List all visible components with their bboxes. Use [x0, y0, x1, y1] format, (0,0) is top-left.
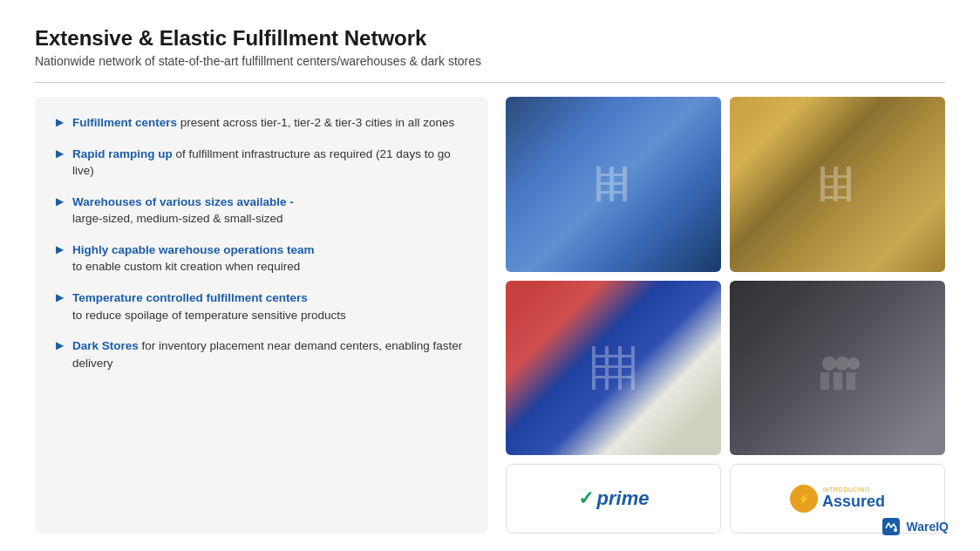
svg-rect-22 — [820, 372, 829, 390]
bullet-arrow-5: ▶ — [56, 291, 64, 303]
warehouse-photo-4 — [730, 281, 945, 456]
bullet-text-1: Fulfillment centers present across tier-… — [72, 114, 454, 132]
logo-row: ✓ prime ⚡ INTRODUCING — [506, 464, 945, 534]
prime-logo: ✓ prime — [578, 487, 650, 510]
warehouse-photo-1 — [506, 97, 721, 272]
svg-rect-4 — [596, 182, 627, 185]
page-subtitle: Nationwide network of state-of-the-art f… — [35, 54, 945, 68]
svg-text:⚡: ⚡ — [798, 493, 810, 505]
bullet-arrow-2: ▶ — [56, 147, 64, 160]
header-divider — [35, 82, 945, 83]
svg-rect-16 — [592, 355, 635, 357]
bullet-text-2: Rapid ramping up of fulfillment infrastr… — [72, 146, 467, 180]
svg-rect-17 — [592, 365, 635, 368]
warehouse-photo-3 — [506, 281, 721, 456]
assured-label: Assured — [822, 493, 885, 511]
bullet-strong-1: Fulfillment centers — [72, 116, 177, 129]
bullet-text-6: Dark Stores for inventory placement near… — [72, 337, 467, 371]
wareiq-icon — [881, 516, 902, 537]
bullet-strong-2: Rapid ramping up — [72, 147, 173, 160]
svg-rect-24 — [847, 372, 855, 390]
svg-rect-10 — [820, 186, 851, 188]
svg-point-21 — [847, 357, 860, 370]
prime-checkmark: ✓ — [578, 487, 594, 510]
left-panel: ▶ Fulfillment centers present across tie… — [35, 97, 488, 534]
assured-logo: ⚡ INTRODUCING Assured — [790, 485, 885, 513]
warehouse-photo-2 — [730, 97, 945, 272]
bullet-item-2: ▶ Rapid ramping up of fulfillment infras… — [56, 146, 467, 180]
bullet-arrow-6: ▶ — [56, 339, 64, 351]
prime-text: prime — [597, 487, 650, 510]
bullet-item-4: ▶ Highly capable warehouse operations te… — [56, 241, 467, 276]
bullet-strong-3: Warehouses of various sizes available - — [72, 195, 294, 208]
bullet-item-1: ▶ Fulfillment centers present across tie… — [56, 114, 467, 132]
assured-icon: ⚡ — [790, 485, 818, 513]
right-panel: ✓ prime ⚡ INTRODUCING — [506, 97, 945, 534]
svg-rect-18 — [592, 376, 635, 378]
wareiq-brand-name: WareIQ — [907, 520, 949, 534]
footer-brand: WareIQ — [881, 516, 949, 537]
introducing-label: INTRODUCING — [822, 486, 870, 493]
bullet-arrow-4: ▶ — [56, 243, 64, 255]
bullet-text-4: Highly capable warehouse operations team… — [72, 241, 315, 276]
assured-text-wrap: INTRODUCING Assured — [822, 486, 885, 511]
bullet-text-3: Warehouses of various sizes available - … — [72, 194, 294, 228]
bullet-item-3: ▶ Warehouses of various sizes available … — [56, 194, 467, 228]
svg-rect-5 — [596, 191, 627, 194]
bullet-strong-5: Temperature controlled fulfillment cente… — [72, 291, 308, 304]
svg-point-28 — [894, 528, 897, 532]
bullet-strong-6: Dark Stores — [72, 339, 139, 352]
bullet-item-5: ▶ Temperature controlled fulfillment cen… — [56, 289, 467, 323]
bullet-item-6: ▶ Dark Stores for inventory placement ne… — [56, 337, 467, 371]
svg-rect-9 — [820, 175, 851, 178]
bottom-photo-row — [506, 281, 945, 456]
svg-rect-23 — [834, 372, 842, 390]
bullet-arrow-3: ▶ — [56, 195, 64, 207]
bullet-text-5: Temperature controlled fulfillment cente… — [72, 289, 346, 323]
svg-point-19 — [822, 357, 836, 371]
content-area: ▶ Fulfillment centers present across tie… — [35, 97, 945, 534]
bullet-arrow-1: ▶ — [56, 116, 64, 128]
svg-rect-11 — [820, 196, 851, 199]
prime-logo-box: ✓ prime — [506, 464, 721, 534]
bullet-strong-4: Highly capable warehouse operations team — [72, 243, 315, 256]
svg-rect-3 — [596, 173, 627, 176]
top-photo-row — [506, 97, 945, 272]
page-container: Extensive & Elastic Fulfillment Network … — [0, 0, 980, 551]
svg-point-20 — [835, 357, 849, 371]
header-section: Extensive & Elastic Fulfillment Network … — [35, 26, 945, 68]
page-title: Extensive & Elastic Fulfillment Network — [35, 26, 945, 51]
